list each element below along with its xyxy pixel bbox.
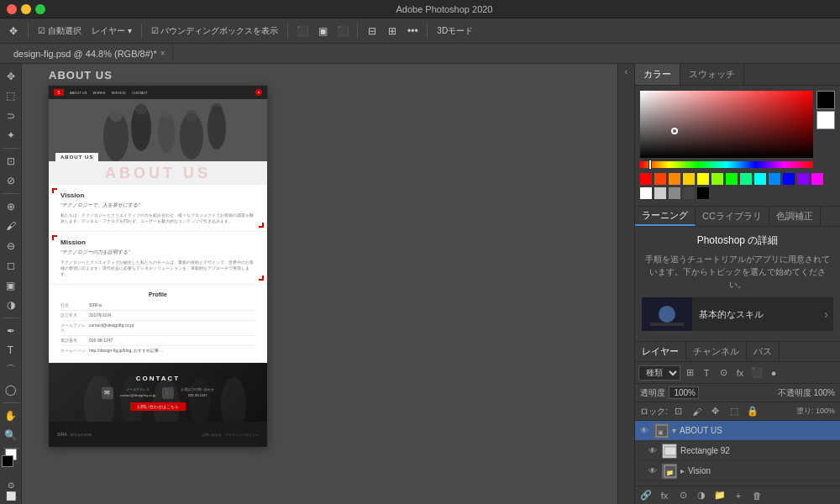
- tab-learning[interactable]: ラーニング: [635, 207, 696, 226]
- distribute-icon-2[interactable]: ⊞: [384, 23, 401, 39]
- color-swatch[interactable]: [726, 173, 738, 185]
- shape-icon[interactable]: ◯: [2, 381, 20, 399]
- color-swatch[interactable]: [740, 173, 752, 185]
- color-swatch[interactable]: [669, 187, 680, 199]
- color-swatch[interactable]: [711, 173, 723, 185]
- color-swatch[interactable]: [654, 187, 666, 199]
- learn-card-basic[interactable]: 基本的なスキル ›: [642, 297, 833, 331]
- hand-icon[interactable]: ✋: [2, 407, 20, 425]
- color-swatch[interactable]: [640, 173, 652, 185]
- screen-mode-icon[interactable]: ⬜: [6, 491, 16, 501]
- adjustment-icon[interactable]: ◑: [694, 488, 709, 503]
- align-left-icon[interactable]: ⬛: [294, 23, 311, 39]
- zoom-icon[interactable]: 🔍: [2, 426, 20, 444]
- filter-icon-3[interactable]: ⊙: [716, 365, 731, 381]
- crop-icon[interactable]: ⊡: [2, 152, 20, 171]
- filter-icon-1[interactable]: ⊞: [682, 365, 697, 381]
- dodge-icon[interactable]: ◑: [2, 296, 20, 314]
- tab-color[interactable]: カラー: [635, 64, 680, 85]
- mock-nav-logo: S: [54, 89, 64, 96]
- marquee-icon[interactable]: ⬚: [2, 87, 20, 106]
- opacity-input[interactable]: [669, 386, 699, 399]
- filter-icon-4[interactable]: fx: [732, 365, 748, 381]
- color-swatch[interactable]: [697, 187, 709, 199]
- layer-item-rect92[interactable]: 👁 Rectangle 92: [635, 441, 840, 461]
- path-icon[interactable]: ⌒: [2, 361, 20, 380]
- background-color-box[interactable]: [816, 111, 835, 129]
- color-swatch[interactable]: [697, 173, 709, 185]
- color-swatch[interactable]: [669, 173, 680, 185]
- color-picker[interactable]: [635, 86, 840, 206]
- clone-icon[interactable]: ⊖: [2, 237, 20, 255]
- layer-eye-vision[interactable]: 👁: [647, 465, 659, 477]
- distribute-icon[interactable]: ⊟: [364, 23, 381, 39]
- tab-close-icon[interactable]: ×: [160, 49, 165, 58]
- minimize-button[interactable]: [21, 4, 31, 14]
- heal-icon[interactable]: ⊕: [2, 197, 20, 216]
- auto-select-checkbox[interactable]: ☑ 自動選択: [34, 24, 85, 39]
- color-gradient[interactable]: [640, 91, 813, 158]
- layer-eye-about[interactable]: 👁: [638, 425, 650, 437]
- fx-icon[interactable]: fx: [657, 488, 672, 503]
- tab-paths[interactable]: パス: [747, 342, 780, 361]
- color-swatch[interactable]: [797, 173, 809, 185]
- layer-item-about-us[interactable]: 👁 ▣ ▾ ABOUT US: [635, 421, 840, 441]
- eraser-icon[interactable]: ◻: [2, 256, 20, 275]
- pen-icon[interactable]: ✒: [2, 322, 20, 340]
- mask-icon[interactable]: ⊙: [675, 488, 690, 503]
- tab-channels[interactable]: チャンネル: [686, 342, 747, 361]
- align-center-icon[interactable]: ▣: [314, 23, 331, 39]
- file-tab[interactable]: design-fig.psd @ 44.8% (RGB/8#)* ×: [7, 44, 173, 64]
- lock-position-icon[interactable]: ✥: [708, 404, 723, 419]
- lock-transparency-icon[interactable]: ⊡: [671, 404, 686, 419]
- foreground-color-box[interactable]: [816, 91, 835, 109]
- lasso-icon[interactable]: ⊃: [2, 107, 20, 125]
- color-hue-cursor[interactable]: [648, 160, 652, 170]
- link-icon[interactable]: 🔗: [638, 488, 654, 503]
- color-gradient-cursor[interactable]: [671, 128, 678, 134]
- quick-mask-icon[interactable]: ⊙: [8, 480, 14, 490]
- color-swatch[interactable]: [654, 173, 666, 185]
- filter-toggle[interactable]: ●: [766, 365, 781, 381]
- color-swatch[interactable]: [769, 173, 780, 185]
- layer-filter-select[interactable]: 種類: [638, 365, 680, 381]
- close-button[interactable]: [7, 4, 17, 14]
- brush-icon[interactable]: 🖌: [2, 217, 20, 235]
- align-right-icon[interactable]: ⬛: [334, 23, 351, 39]
- move-tool-icon[interactable]: ✥: [5, 23, 22, 39]
- group-icon[interactable]: 📁: [712, 488, 727, 503]
- contact-button[interactable]: お問い合わせはこちら: [130, 402, 186, 411]
- filter-icon-5[interactable]: ⬛: [749, 365, 764, 381]
- layer-eye-rect92[interactable]: 👁: [647, 445, 659, 457]
- color-swatch[interactable]: [754, 173, 766, 185]
- layer-item-vision[interactable]: 👁 📁 ▸ Vision: [635, 461, 840, 481]
- lock-all-icon[interactable]: 🔒: [745, 404, 760, 419]
- color-swatch[interactable]: [683, 173, 695, 185]
- filter-icon-2[interactable]: T: [699, 365, 714, 381]
- eyedropper-icon[interactable]: ⊘: [2, 171, 20, 190]
- magic-wand-icon[interactable]: ✦: [2, 127, 20, 145]
- foreground-color-chip[interactable]: [2, 455, 13, 467]
- color-swatch[interactable]: [640, 187, 652, 199]
- more-options-icon[interactable]: •••: [404, 23, 421, 39]
- delete-layer-icon[interactable]: 🗑: [749, 488, 764, 503]
- canvas-area[interactable]: ABOUT US: [22, 64, 617, 504]
- color-hue-bar[interactable]: [640, 161, 813, 168]
- tab-color-correction[interactable]: 色調補正: [769, 207, 821, 226]
- color-swatch[interactable]: [783, 173, 795, 185]
- lock-image-icon[interactable]: 🖌: [690, 404, 705, 419]
- gradient-icon[interactable]: ▣: [2, 276, 20, 295]
- tab-cc-library[interactable]: CCライブラリ: [696, 207, 769, 226]
- tab-layers[interactable]: レイヤー: [635, 342, 686, 361]
- collapse-icon[interactable]: ‹: [625, 67, 627, 76]
- tab-swatches[interactable]: スウォッチ: [680, 64, 744, 85]
- color-swatch[interactable]: [811, 173, 823, 185]
- color-swatch[interactable]: [683, 187, 695, 199]
- lock-artboard-icon[interactable]: ⬚: [727, 404, 742, 419]
- bounding-box-checkbox[interactable]: ☑ バウンディングボックスを表示: [148, 24, 282, 39]
- maximize-button[interactable]: [35, 4, 45, 14]
- layer-dropdown[interactable]: レイヤー ▾: [88, 24, 135, 39]
- new-layer-icon[interactable]: +: [731, 488, 746, 503]
- move-icon[interactable]: ✥: [2, 67, 20, 86]
- type-icon[interactable]: T: [2, 341, 20, 360]
